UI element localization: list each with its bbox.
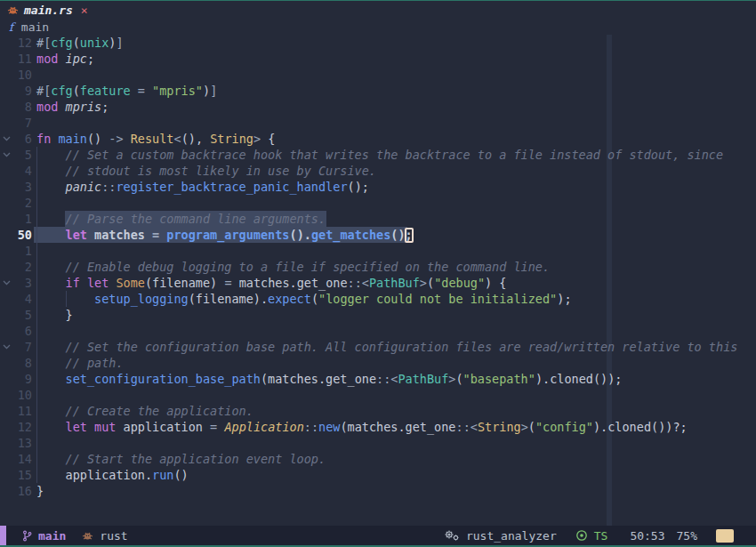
code-line[interactable]: 11 // Create the application. (0, 403, 756, 419)
code-line[interactable]: 16} (0, 483, 756, 499)
line-number: 14 (13, 451, 32, 467)
code-editor[interactable]: 12#[cfg(unix)]11mod ipc;109#[cfg(feature… (0, 35, 756, 526)
language-item[interactable]: rust (82, 529, 127, 543)
fold-chevron-icon[interactable] (3, 280, 11, 286)
lsp-server-label[interactable]: rust_analyzer (466, 529, 557, 543)
code-line[interactable]: 5 // Set a custom backtrace hook that wr… (0, 147, 756, 163)
tab-title: main.rs (24, 4, 73, 17)
code-line[interactable]: 8mod mpris; (0, 99, 756, 115)
code-line[interactable]: 10 (0, 387, 756, 403)
breadcrumb-symbol-name[interactable]: main (21, 20, 49, 34)
code-line[interactable]: 50 let matches = program_arguments().get… (0, 227, 756, 243)
line-number: 5 (13, 147, 32, 163)
line-number: 6 (13, 323, 32, 339)
scroll-percent: 75% (677, 529, 697, 543)
tab-bar: main.rs × (0, 1, 756, 19)
fold-gutter (0, 307, 13, 323)
code-line[interactable]: 4 // stdout is most likely in use by Cur… (0, 163, 756, 179)
code-line[interactable]: 14 // Start the application event loop. (0, 451, 756, 467)
code-line[interactable]: 10 (0, 67, 756, 83)
code-line[interactable]: 1 (0, 243, 756, 259)
code-text: // stdout is most likely in use by Cursi… (32, 163, 376, 179)
line-number: 2 (13, 259, 32, 275)
code-text: } (32, 307, 73, 323)
code-line[interactable]: 12#[cfg(unix)] (0, 35, 756, 51)
fold-gutter (0, 403, 13, 419)
line-number: 12 (13, 419, 32, 435)
code-text (32, 115, 36, 131)
code-line[interactable]: 2 // Enable debug logging to a file if s… (0, 259, 756, 275)
fold-gutter (0, 99, 13, 115)
code-line[interactable]: 3 if let Some(filename) = matches.get_on… (0, 275, 756, 291)
line-number: 1 (13, 243, 32, 259)
fold-gutter (0, 179, 13, 195)
gears-icon (444, 529, 460, 542)
code-line[interactable]: 3 panic::register_backtrace_panic_handle… (0, 179, 756, 195)
code-text (32, 387, 36, 403)
line-number: 8 (13, 99, 32, 115)
code-line[interactable]: 5 } (0, 307, 756, 323)
code-text (32, 323, 36, 339)
fold-chevron[interactable] (0, 275, 13, 291)
git-branch-label: main (38, 529, 66, 543)
line-number: 11 (13, 403, 32, 419)
code-line[interactable]: 9#[cfg(feature = "mpris")] (0, 83, 756, 99)
code-text: panic::register_backtrace_panic_handler(… (32, 179, 369, 195)
code-line[interactable]: 13 (0, 435, 756, 451)
fold-chevron[interactable] (0, 147, 13, 163)
code-line[interactable]: 1 // Parse the command line arguments. (0, 211, 756, 227)
code-line[interactable]: 12 let mut application = Application::ne… (0, 419, 756, 435)
code-text: } (32, 483, 44, 499)
fold-gutter (0, 35, 13, 51)
breadcrumb: f main (0, 19, 756, 35)
code-text (32, 435, 36, 451)
fold-gutter (0, 371, 13, 387)
code-line[interactable]: 2 (0, 195, 756, 211)
fold-chevron-icon[interactable] (3, 152, 11, 157)
line-number: 11 (13, 51, 32, 67)
code-line[interactable]: 11mod ipc; (0, 51, 756, 67)
fold-gutter (0, 83, 13, 99)
code-text: #[cfg(feature = "mpris")] (32, 83, 217, 99)
code-line[interactable]: 15 application.run() (0, 467, 756, 483)
line-number: 4 (13, 291, 32, 307)
code-line[interactable]: 6fn main() -> Result<(), String> { (0, 131, 756, 147)
code-text: // Parse the command line arguments. (32, 211, 326, 227)
fold-chevron-icon[interactable] (3, 344, 11, 350)
code-line[interactable]: 8 // path. (0, 355, 756, 371)
statusbar-right: rust_analyzer TS 50:53 75% (444, 529, 756, 543)
line-number: 7 (13, 339, 32, 355)
line-number: 8 (13, 355, 32, 371)
code-line[interactable]: 7 (0, 115, 756, 131)
fold-chevron[interactable] (0, 339, 13, 355)
code-text: // Set the configuration base path. All … (32, 339, 737, 355)
color-swatch (716, 529, 734, 543)
code-line[interactable]: 9 set_configuration_base_path(matches.ge… (0, 371, 756, 387)
tab-close-icon[interactable]: × (81, 4, 88, 17)
code-line[interactable]: 4 setup_logging(filename).expect("logger… (0, 291, 756, 307)
code-text: fn main() -> Result<(), String> { (32, 131, 275, 147)
code-text: set_configuration_base_path(matches.get_… (32, 371, 622, 387)
fold-gutter (0, 195, 13, 211)
tab-main-rs[interactable]: main.rs × (7, 4, 88, 17)
line-number: 1 (13, 211, 32, 227)
fold-gutter (0, 419, 13, 435)
fold-gutter (0, 483, 13, 499)
fold-gutter (0, 67, 13, 83)
language-label: rust (100, 529, 127, 543)
git-branch-item[interactable]: main (22, 529, 66, 543)
fold-gutter (0, 227, 13, 243)
fold-chevron[interactable] (0, 131, 13, 147)
line-number: 4 (13, 163, 32, 179)
code-line[interactable]: 7 // Set the configuration base path. Al… (0, 339, 756, 355)
statusbar-left-accent (0, 526, 6, 545)
code-text: // Create the application. (32, 403, 253, 419)
fold-gutter (0, 163, 13, 179)
line-number: 6 (13, 131, 32, 147)
code-text: // path. (32, 355, 124, 371)
fold-chevron-icon[interactable] (3, 136, 11, 141)
code-line[interactable]: 6 (0, 323, 756, 339)
fold-gutter (0, 291, 13, 307)
fold-gutter (0, 451, 13, 467)
code-text: // Start the application event loop. (32, 451, 326, 467)
